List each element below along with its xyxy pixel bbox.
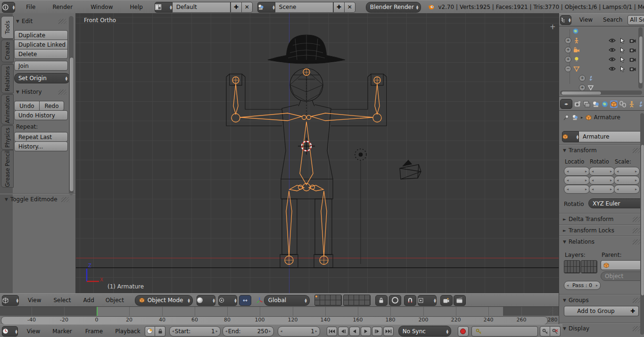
layer-buttons-group-1[interactable] <box>314 295 342 306</box>
render-opengl-anim-button[interactable] <box>454 295 466 306</box>
menu-timeline-playback[interactable]: Playback <box>111 328 145 335</box>
layer-cell[interactable] <box>336 295 341 300</box>
transform-loc-z-field[interactable]: ◂▸ <box>564 185 590 194</box>
expander-icon[interactable]: + <box>579 84 586 91</box>
layer-cell[interactable] <box>365 295 370 300</box>
renderability-camera-icon[interactable] <box>629 48 636 53</box>
tab-object-active[interactable] <box>610 100 618 108</box>
tab-render-icon[interactable] <box>574 100 582 108</box>
parent-type-select[interactable]: Object▲▼ <box>601 271 644 281</box>
transform-scl-x-field[interactable]: ◂▸ <box>614 167 640 176</box>
occlusion-toggle[interactable] <box>389 295 401 306</box>
frame-start-field[interactable]: ◂Start:1▸ <box>169 326 221 337</box>
history-menu-button[interactable]: History... <box>14 141 68 151</box>
transform-rot-x-field[interactable]: ◂▸ <box>589 167 615 176</box>
layer-cell[interactable] <box>325 295 330 300</box>
add-to-group-button[interactable]: Add to Group <box>564 306 628 316</box>
history-panel-header[interactable]: ▼History <box>16 89 42 95</box>
object-layers-group-1[interactable] <box>564 260 580 273</box>
transform-locks-panel-header[interactable]: ►Transform Locks <box>563 227 614 234</box>
transform-rot-y-field[interactable]: ◂▸ <box>589 176 615 185</box>
scene-name-field[interactable]: Scene <box>275 2 333 13</box>
layer-cell[interactable] <box>359 300 364 305</box>
auto-keyframe-toggle[interactable] <box>458 326 469 337</box>
editor-type-info-button[interactable]: ▲▼ <box>2 2 15 13</box>
layer-cell[interactable] <box>585 261 588 267</box>
tab-animation[interactable]: Animation <box>1 94 14 124</box>
timeline-corner-handle[interactable] <box>549 308 557 313</box>
menu-render[interactable]: Render <box>48 4 77 10</box>
outliner-row[interactable]: + <box>559 45 644 55</box>
join-button[interactable]: Join <box>14 61 68 71</box>
lock-modes-toggle[interactable] <box>375 295 388 306</box>
tab-scene-icon[interactable] <box>592 100 600 108</box>
layer-cell[interactable] <box>330 295 336 300</box>
tab-relations[interactable]: Relations <box>1 64 14 93</box>
jump-to-prev-keyframe-button[interactable] <box>338 327 348 336</box>
locks-panel-drag-handle[interactable] <box>633 228 641 233</box>
tab-world-icon[interactable] <box>601 100 609 108</box>
transform-rot-z-field[interactable]: ◂▸ <box>589 185 615 194</box>
pivot-point-select[interactable]: ▲▼ <box>218 295 237 306</box>
tab-physics[interactable]: Physics <box>1 125 14 150</box>
visibility-eye-icon[interactable] <box>609 38 616 43</box>
lock-range-toggle[interactable] <box>155 326 165 337</box>
layer-cell[interactable] <box>564 267 568 273</box>
layer-cell[interactable] <box>574 261 577 267</box>
set-origin-select[interactable]: Set Origin▲▼ <box>14 73 70 83</box>
outliner-row[interactable]: + <box>559 36 644 45</box>
layer-cell[interactable] <box>315 295 320 300</box>
edit-panel-header[interactable]: ▼Edit <box>16 18 33 25</box>
expander-icon[interactable]: + <box>565 37 571 44</box>
layer-cell[interactable] <box>594 267 597 273</box>
screen-layout-icon-button[interactable]: ▲▼ <box>155 2 173 13</box>
menu-timeline-frame[interactable]: Frame <box>81 328 107 335</box>
sync-mode-select[interactable]: No Sync▲▼ <box>398 326 451 337</box>
editor-type-3dview-button[interactable]: ▲▼ <box>2 295 19 306</box>
transform-panel-header[interactable]: ▼Transform <box>563 147 597 154</box>
layer-cell[interactable] <box>349 300 354 305</box>
menu-view3d-select[interactable]: Select <box>49 297 75 304</box>
expander-icon[interactable]: − <box>565 66 571 72</box>
display-panel-header[interactable]: ▼Display <box>563 325 589 332</box>
layer-cell[interactable] <box>344 295 349 300</box>
screen-layout-name-field[interactable]: Default <box>173 2 231 13</box>
editor-type-timeline-button[interactable]: ▲▼ <box>2 326 18 337</box>
parent-field[interactable] <box>601 260 644 270</box>
add-to-group-plus-button[interactable]: ✚ <box>627 306 639 316</box>
layer-cell[interactable] <box>594 261 597 267</box>
layer-cell[interactable] <box>570 267 574 273</box>
layer-buttons-group-2[interactable] <box>343 295 371 306</box>
relations-panel-header[interactable]: ▼Relations <box>563 238 594 245</box>
pin-icon[interactable] <box>563 114 570 121</box>
redo-button[interactable]: Redo <box>39 101 64 111</box>
preview-range-toggle[interactable] <box>145 326 156 337</box>
current-frame-field[interactable]: ◂1▸ <box>278 326 320 337</box>
jump-to-end-button[interactable] <box>383 327 394 336</box>
menu-outliner-search[interactable]: Search <box>599 16 627 23</box>
duplicate-button[interactable]: Duplicate <box>14 30 68 40</box>
operator-redo-panel-header[interactable]: ▼Toggle Editmode <box>5 196 58 203</box>
tool-shelf-scrollbar-thumb[interactable] <box>69 57 74 192</box>
object-name-field[interactable]: Armature <box>579 131 643 142</box>
transform-scl-z-field[interactable]: ◂▸ <box>614 185 640 194</box>
layer-cell[interactable] <box>585 267 588 273</box>
scene-icon-button[interactable]: ▲▼ <box>257 2 275 13</box>
frame-end-field[interactable]: ◂End:250▸ <box>223 326 274 337</box>
expander-icon[interactable]: + <box>579 75 586 82</box>
editor-type-outliner-button[interactable]: ▲▼ <box>560 15 571 25</box>
layer-cell[interactable] <box>336 300 341 305</box>
layer-cell[interactable] <box>325 300 330 305</box>
layer-cell[interactable] <box>320 295 325 300</box>
tab-create[interactable]: Create <box>1 40 14 62</box>
tab-modifiers-icon[interactable] <box>637 100 644 108</box>
selectability-cursor-icon[interactable] <box>620 38 625 44</box>
selectability-cursor-icon[interactable] <box>620 47 625 53</box>
history-panel-drag-handle[interactable] <box>58 90 66 95</box>
layer-cell[interactable] <box>581 267 585 273</box>
expander-icon[interactable]: + <box>565 56 571 63</box>
tab-data-armature-icon[interactable] <box>628 100 636 108</box>
menu-view3d-add[interactable]: Add <box>79 297 99 304</box>
jump-to-next-key-button[interactable] <box>372 327 382 336</box>
layer-cell[interactable] <box>577 261 580 267</box>
